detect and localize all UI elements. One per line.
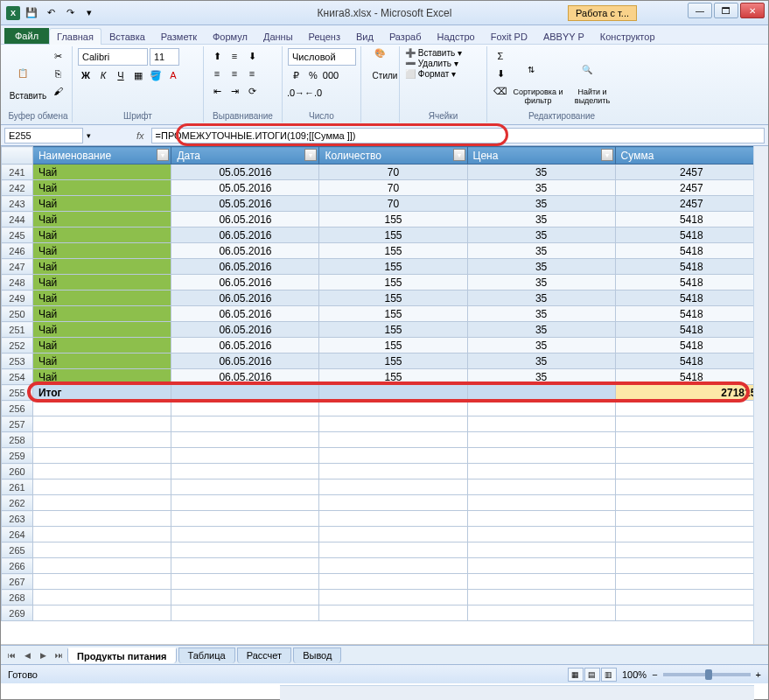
cell-name[interactable]: Чай	[32, 180, 171, 196]
cell-sum[interactable]: 5418	[615, 275, 767, 290]
row-header[interactable]: 262	[2, 495, 33, 511]
cell-date[interactable]: 06.05.2016	[171, 275, 319, 290]
align-right-button[interactable]: ≡	[244, 66, 260, 81]
row-header[interactable]: 258	[2, 432, 33, 448]
cell-price[interactable]: 35	[467, 196, 615, 212]
zoom-out-button[interactable]: −	[652, 669, 657, 680]
name-box[interactable]: E255	[4, 128, 83, 144]
sheet-nav-first[interactable]: ⏮	[4, 649, 18, 662]
empty-cell[interactable]	[319, 542, 467, 558]
cell-price[interactable]: 35	[467, 322, 615, 338]
cell-name[interactable]: Чай	[32, 228, 171, 243]
empty-cell[interactable]	[615, 416, 767, 432]
empty-cell[interactable]	[615, 590, 767, 606]
sheet-tab-3[interactable]: Вывод	[293, 648, 341, 663]
insert-cells-button[interactable]: ➕ Вставить ▾	[405, 48, 481, 58]
decrease-decimal-button[interactable]: ←.0	[305, 85, 321, 101]
row-header[interactable]: 247	[2, 259, 33, 275]
empty-cell[interactable]	[319, 495, 467, 511]
empty-cell[interactable]	[32, 558, 171, 574]
empty-cell[interactable]	[615, 432, 767, 448]
cell-sum[interactable]: 5418	[615, 306, 767, 322]
ribbon-tab-0[interactable]: Главная	[49, 28, 101, 45]
empty-cell[interactable]	[615, 480, 767, 495]
empty-cell[interactable]	[467, 511, 615, 527]
cell-price[interactable]: 35	[467, 164, 615, 180]
empty-cell[interactable]	[171, 480, 319, 495]
empty-cell[interactable]	[32, 480, 171, 495]
percent-button[interactable]: %	[305, 67, 321, 83]
cell-date[interactable]: 06.05.2016	[171, 228, 319, 243]
empty-cell[interactable]	[467, 401, 615, 416]
filter-dropdown-2[interactable]: ▾	[453, 149, 465, 161]
empty-cell[interactable]	[171, 590, 319, 606]
formula-input[interactable]: =ПРОМЕЖУТОЧНЫЕ.ИТОГИ(109;[[Сумма ]])	[151, 128, 765, 144]
ribbon-tab-10[interactable]: ABBYY P	[535, 28, 592, 45]
cell-name[interactable]: Чай	[32, 354, 171, 369]
row-header[interactable]: 241	[2, 164, 33, 180]
number-format-combo[interactable]: Числовой	[288, 48, 356, 66]
cell-sum[interactable]: 5418	[615, 354, 767, 369]
row-header[interactable]: 253	[2, 354, 33, 369]
ribbon-tab-9[interactable]: Foxit PD	[483, 28, 535, 45]
column-header-1[interactable]: Дата▾	[171, 147, 319, 164]
empty-cell[interactable]	[467, 542, 615, 558]
delete-cells-button[interactable]: ➖ Удалить ▾	[405, 59, 481, 68]
save-button[interactable]: 💾	[24, 5, 39, 21]
cell-qty[interactable]: 155	[319, 275, 467, 290]
cell-sum[interactable]: 5418	[615, 259, 767, 275]
empty-cell[interactable]	[319, 432, 467, 448]
empty-cell[interactable]	[615, 574, 767, 590]
filter-dropdown-3[interactable]: ▾	[601, 149, 613, 161]
sort-filter-button[interactable]: ⇅ Сортировка и фильтр	[512, 48, 564, 121]
file-tab[interactable]: Файл	[4, 28, 49, 44]
total-empty-cell[interactable]	[319, 385, 467, 401]
row-header[interactable]: 260	[2, 464, 33, 480]
row-header[interactable]: 248	[2, 275, 33, 290]
row-header[interactable]: 265	[2, 542, 33, 558]
empty-cell[interactable]	[32, 606, 171, 621]
align-top-button[interactable]: ⬆	[209, 48, 225, 64]
redo-button[interactable]: ↷	[62, 5, 78, 21]
empty-cell[interactable]	[171, 558, 319, 574]
undo-button[interactable]: ↶	[43, 5, 59, 21]
cell-price[interactable]: 35	[467, 180, 615, 196]
page-break-view-button[interactable]: ▥	[601, 668, 617, 682]
empty-cell[interactable]	[467, 495, 615, 511]
cell-name[interactable]: Чай	[32, 212, 171, 228]
empty-cell[interactable]	[615, 511, 767, 527]
cell-date[interactable]: 05.05.2016	[171, 196, 319, 212]
row-header[interactable]: 256	[2, 401, 33, 416]
fill-color-button[interactable]: 🪣	[148, 67, 164, 83]
italic-button[interactable]: К	[95, 67, 111, 83]
cell-date[interactable]: 06.05.2016	[171, 322, 319, 338]
cell-qty[interactable]: 70	[319, 196, 467, 212]
total-empty-cell[interactable]	[171, 385, 319, 401]
clear-button[interactable]: ⌫	[493, 83, 508, 99]
cell-sum[interactable]: 2457	[615, 180, 767, 196]
empty-cell[interactable]	[319, 606, 467, 621]
comma-button[interactable]: 000	[323, 67, 339, 83]
font-size-combo[interactable]: 11	[150, 48, 179, 66]
row-header[interactable]: 266	[2, 558, 33, 574]
cell-qty[interactable]: 155	[319, 212, 467, 228]
orientation-button[interactable]: ⟳	[244, 83, 260, 99]
empty-cell[interactable]	[319, 448, 467, 464]
border-button[interactable]: ▦	[130, 67, 146, 83]
normal-view-button[interactable]: ▦	[568, 668, 584, 682]
format-cells-button[interactable]: ⬜ Формат ▾	[405, 69, 481, 79]
underline-button[interactable]: Ч	[113, 67, 129, 83]
increase-indent-button[interactable]: ⇥	[227, 83, 242, 99]
paste-button[interactable]: 📋 Вставить	[10, 48, 46, 121]
row-header[interactable]: 251	[2, 322, 33, 338]
cell-price[interactable]: 35	[467, 306, 615, 322]
empty-cell[interactable]	[467, 432, 615, 448]
empty-cell[interactable]	[32, 542, 171, 558]
row-header[interactable]: 268	[2, 590, 33, 606]
cell-qty[interactable]: 155	[319, 259, 467, 275]
empty-cell[interactable]	[171, 606, 319, 621]
empty-cell[interactable]	[467, 448, 615, 464]
font-color-button[interactable]: A	[165, 67, 181, 83]
cell-sum[interactable]: 5418	[615, 338, 767, 354]
cell-sum[interactable]: 5418	[615, 228, 767, 243]
